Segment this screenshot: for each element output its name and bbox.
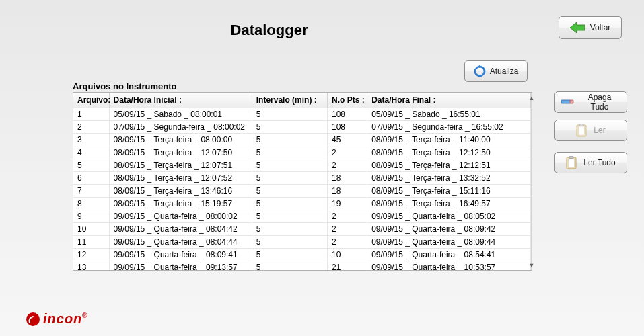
cell-inicial: 08/09/15 _ Terça-feira _ 12:07:52 [109, 172, 252, 185]
cell-intervalo: 5 [252, 121, 327, 134]
cell-inicial: 09/09/15 _ Quarta-feira _ 08:04:42 [109, 223, 252, 236]
svg-rect-6 [579, 126, 585, 135]
cell-final: 08/09/15 _ Terça-feira _ 16:49:57 [367, 198, 531, 210]
cell-pts: 2 [327, 159, 367, 172]
table-row[interactable]: 808/09/15 _ Terça-feira _ 15:19:5751908/… [73, 198, 531, 210]
cell-arquivo: 8 [73, 198, 109, 210]
brand-name: incon® [43, 311, 88, 327]
table-header-row: Arquivo: Data/Hora Inicial : Intervalo (… [73, 93, 531, 108]
svg-rect-3 [561, 100, 571, 103]
cell-inicial: 09/09/15 _ Quarta-feira _ 08:00:02 [109, 210, 252, 223]
cell-pts: 19 [327, 198, 367, 210]
cell-final: 08/09/15 _ Terça-feira _ 15:11:16 [367, 185, 531, 198]
cell-pts: 2 [327, 236, 367, 249]
cell-arquivo: 5 [73, 159, 109, 172]
cell-arquivo: 9 [73, 210, 109, 223]
voltar-label: Voltar [590, 23, 611, 32]
cell-final: 08/09/15 _ Terça-feira _ 12:12:51 [367, 159, 531, 172]
cell-intervalo: 5 [252, 249, 327, 261]
cell-inicial: 09/09/15 _ Quarta-feira _ 08:04:44 [109, 236, 252, 249]
atualiza-label: Atualiza [490, 67, 519, 76]
col-intervalo-header[interactable]: Intervalo (min) : [252, 93, 327, 108]
ler-tudo-label: Ler Tudo [583, 158, 615, 167]
cell-intervalo: 5 [252, 159, 327, 172]
cell-arquivo: 6 [73, 172, 109, 185]
cell-arquivo: 11 [73, 236, 109, 249]
ler-button[interactable]: Ler [554, 120, 627, 141]
cell-arquivo: 3 [73, 134, 109, 146]
cell-final: 08/09/15 _ Terça-feira _ 11:40:00 [367, 134, 531, 146]
table-row[interactable]: 1209/09/15 _ Quarta-feira _ 08:09:415100… [73, 249, 531, 261]
cell-final: 09/09/15 _ Quarta-feira _ 10:53:57 [367, 261, 531, 271]
cell-pts: 45 [327, 134, 367, 146]
col-final-header[interactable]: Data/Hora Final : [367, 93, 531, 108]
cell-intervalo: 5 [252, 185, 327, 198]
cell-final: 08/09/15 _ Terça-feira _ 12:12:50 [367, 146, 531, 159]
svg-rect-7 [579, 124, 583, 126]
table-row[interactable]: 1009/09/15 _ Quarta-feira _ 08:04:425209… [73, 223, 531, 236]
cell-intervalo: 5 [252, 146, 327, 159]
cell-final: 09/09/15 _ Quarta-feira _ 08:09:44 [367, 236, 531, 249]
refresh-icon [474, 65, 486, 77]
table-row[interactable]: 408/09/15 _ Terça-feira _ 12:07:505208/0… [73, 146, 531, 159]
cell-intervalo: 5 [252, 261, 327, 271]
cell-arquivo: 12 [73, 249, 109, 261]
col-arquivo-header[interactable]: Arquivo: [73, 93, 109, 108]
cell-arquivo: 2 [73, 121, 109, 134]
clipboard-icon [566, 156, 577, 169]
cell-pts: 108 [327, 108, 367, 121]
cell-final: 05/09/15 _ Sabado _ 16:55:01 [367, 108, 531, 121]
cell-intervalo: 5 [252, 108, 327, 121]
cell-pts: 10 [327, 249, 367, 261]
cell-arquivo: 1 [73, 108, 109, 121]
table-row[interactable]: 608/09/15 _ Terça-feira _ 12:07:5251808/… [73, 172, 531, 185]
voltar-button[interactable]: Voltar [559, 16, 622, 39]
cell-final: 09/09/15 _ Quarta-feira _ 08:54:41 [367, 249, 531, 261]
cell-inicial: 08/09/15 _ Terça-feira _ 12:07:50 [109, 146, 252, 159]
cell-intervalo: 5 [252, 223, 327, 236]
cell-pts: 21 [327, 261, 367, 271]
svg-rect-10 [569, 157, 573, 159]
file-table[interactable]: Arquivo: Data/Hora Inicial : Intervalo (… [73, 93, 531, 270]
cell-intervalo: 5 [252, 172, 327, 185]
table-row[interactable]: 1109/09/15 _ Quarta-feira _ 08:04:445209… [73, 236, 531, 249]
cell-pts: 2 [327, 146, 367, 159]
cell-arquivo: 10 [73, 223, 109, 236]
cell-inicial: 07/09/15 _ Segunda-feira _ 08:00:02 [109, 121, 252, 134]
cell-inicial: 08/09/15 _ Terça-feira _ 15:19:57 [109, 198, 252, 210]
cell-arquivo: 7 [73, 185, 109, 198]
table-row[interactable]: 308/09/15 _ Terça-feira _ 08:00:0054508/… [73, 134, 531, 146]
vertical-scrollbar[interactable]: ▲ ▼ [531, 93, 532, 270]
apaga-tudo-label: Apaga Tudo [578, 93, 621, 112]
file-table-container: Arquivo: Data/Hora Inicial : Intervalo (… [73, 92, 532, 271]
eraser-icon [561, 98, 574, 106]
col-pts-header[interactable]: N.o Pts : [327, 93, 367, 108]
cell-final: 08/09/15 _ Terça-feira _ 13:32:52 [367, 172, 531, 185]
arrow-left-icon [570, 22, 585, 33]
cell-intervalo: 5 [252, 236, 327, 249]
cell-intervalo: 5 [252, 134, 327, 146]
svg-rect-9 [569, 159, 575, 167]
table-row[interactable]: 1309/09/15 _ Quarta-feira _ 09:13:575210… [73, 261, 531, 271]
cell-pts: 108 [327, 121, 367, 134]
section-label: Arquivos no Instrumento [73, 81, 177, 91]
ler-label: Ler [594, 126, 605, 135]
table-row[interactable]: 207/09/15 _ Segunda-feira _ 08:00:025108… [73, 121, 531, 134]
table-row[interactable]: 909/09/15 _ Quarta-feira _ 08:00:025209/… [73, 210, 531, 223]
cell-pts: 18 [327, 185, 367, 198]
cell-final: 09/09/15 _ Quarta-feira _ 08:05:02 [367, 210, 531, 223]
atualiza-button[interactable]: Atualiza [464, 60, 528, 82]
col-inicial-header[interactable]: Data/Hora Inicial : [109, 93, 252, 108]
table-row[interactable]: 708/09/15 _ Terça-feira _ 13:46:1651808/… [73, 185, 531, 198]
svg-marker-0 [570, 22, 585, 33]
table-row[interactable]: 105/09/15 _ Sabado _ 08:00:01510805/09/1… [73, 108, 531, 121]
svg-rect-4 [570, 100, 573, 103]
apaga-tudo-button[interactable]: Apaga Tudo [554, 91, 627, 113]
cell-pts: 18 [327, 172, 367, 185]
ler-tudo-button[interactable]: Ler Tudo [554, 152, 627, 173]
cell-intervalo: 5 [252, 198, 327, 210]
table-row[interactable]: 508/09/15 _ Terça-feira _ 12:07:515208/0… [73, 159, 531, 172]
cell-inicial: 08/09/15 _ Terça-feira _ 12:07:51 [109, 159, 252, 172]
cell-inicial: 08/09/15 _ Terça-feira _ 13:46:16 [109, 185, 252, 198]
cell-arquivo: 13 [73, 261, 109, 271]
